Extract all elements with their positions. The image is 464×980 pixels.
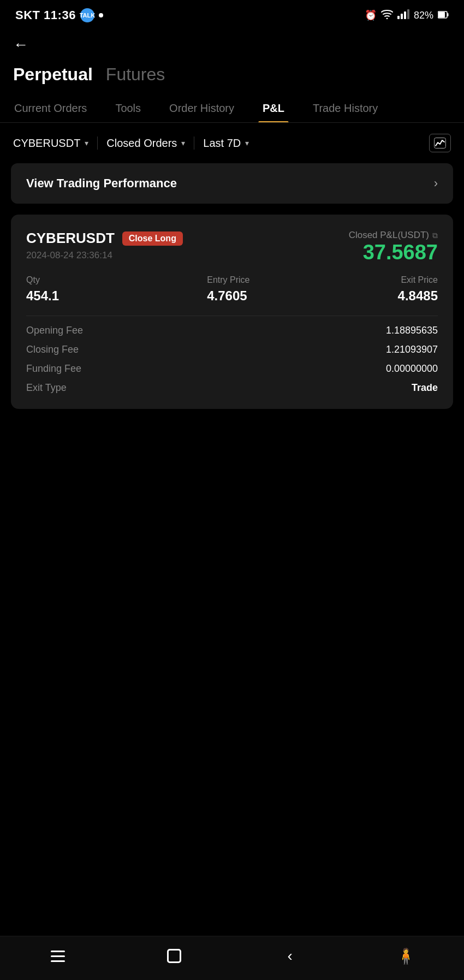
- svg-rect-3: [404, 11, 406, 19]
- header: ←: [0, 28, 464, 56]
- trade-pnl-value: 37.5687: [349, 241, 438, 264]
- menu-icon: [51, 951, 65, 962]
- tab-trade-history[interactable]: Trade History: [299, 96, 392, 122]
- closing-fee-label: Closing Fee: [26, 344, 79, 355]
- period-chevron-icon: ▾: [245, 139, 249, 147]
- exit-price-value: 4.8485: [398, 288, 438, 304]
- closing-fee-value: 1.21093907: [386, 344, 438, 355]
- performance-banner-arrow-icon: ›: [434, 176, 438, 191]
- trade-date: 2024-08-24 23:36:14: [26, 250, 183, 261]
- ext-link-icon: ⧉: [432, 231, 438, 240]
- tab-order-history[interactable]: Order History: [155, 96, 248, 122]
- period-filter-label: Last 7D: [203, 137, 241, 150]
- exit-type-value: Trade: [412, 382, 438, 394]
- back-nav-icon: ‹: [288, 947, 293, 965]
- funding-fee-value: 0.00000000: [386, 363, 438, 375]
- trade-badge: Close Long: [122, 231, 183, 246]
- trade-symbol-row: CYBERUSDT Close Long: [26, 230, 183, 247]
- nav-back-button[interactable]: ‹: [276, 945, 304, 967]
- status-left: SKT 11:36 TALK: [15, 8, 103, 22]
- funding-fee-label: Funding Fee: [26, 363, 81, 375]
- closing-fee-row: Closing Fee 1.21093907: [26, 344, 438, 355]
- funding-fee-row: Funding Fee 0.00000000: [26, 363, 438, 375]
- trade-pnl-label: Closed P&L(USDT) ⧉: [349, 230, 438, 241]
- home-icon: [167, 949, 181, 963]
- symbol-chevron-icon: ▾: [85, 139, 88, 147]
- svg-rect-4: [407, 9, 409, 19]
- type-tabs: Perpetual Futures: [0, 56, 464, 85]
- nav-menu-button[interactable]: [44, 945, 72, 967]
- tab-perpetual[interactable]: Perpetual: [13, 64, 93, 85]
- alarm-icon: ⏰: [365, 9, 377, 21]
- symbol-filter-button[interactable]: CYBERUSDT ▾: [13, 135, 88, 152]
- symbol-filter-label: CYBERUSDT: [13, 137, 80, 150]
- svg-rect-6: [438, 12, 445, 17]
- period-filter-button[interactable]: Last 7D ▾: [203, 135, 249, 152]
- nav-profile-button[interactable]: 🧍: [392, 945, 420, 967]
- performance-banner-text: View Trading Performance: [26, 176, 177, 191]
- nav-tabs: Current Orders Tools Order History P&L T…: [0, 96, 464, 123]
- entry-price-label: Entry Price: [207, 275, 249, 285]
- status-time: SKT 11:36: [15, 8, 76, 22]
- bottom-nav: ‹ 🧍: [0, 936, 464, 980]
- svg-point-0: [386, 17, 388, 19]
- filter-divider-1: [97, 136, 98, 150]
- order-type-filter-button[interactable]: Closed Orders ▾: [106, 135, 185, 152]
- status-bar: SKT 11:36 TALK ⏰ 82%: [0, 0, 464, 28]
- trade-stats-row: Qty 454.1 Entry Price 4.7605 Exit Price …: [26, 275, 438, 307]
- tab-current-orders[interactable]: Current Orders: [0, 96, 101, 122]
- filter-bar: CYBERUSDT ▾ Closed Orders ▾ Last 7D ▾: [0, 123, 464, 163]
- signal-icon: [397, 9, 409, 22]
- profile-icon: 🧍: [396, 947, 415, 965]
- order-type-chevron-icon: ▾: [181, 139, 185, 147]
- back-button[interactable]: ←: [13, 34, 28, 56]
- wifi-icon: [381, 9, 393, 22]
- svg-rect-7: [448, 13, 449, 16]
- trade-card-divider: [26, 316, 438, 316]
- status-right: ⏰ 82%: [365, 9, 449, 22]
- battery-text: 82%: [414, 10, 433, 21]
- trade-card: CYBERUSDT Close Long 2024-08-24 23:36:14…: [11, 215, 453, 409]
- stat-exit-price: Exit Price 4.8485: [398, 275, 438, 304]
- opening-fee-row: Opening Fee 1.18895635: [26, 325, 438, 336]
- chart-icon-button[interactable]: [429, 134, 451, 152]
- exit-type-label: Exit Type: [26, 382, 67, 394]
- stat-entry-price: Entry Price 4.7605: [207, 275, 249, 304]
- trade-symbol: CYBERUSDT: [26, 230, 115, 247]
- trade-pnl-group: Closed P&L(USDT) ⧉ 37.5687: [349, 230, 438, 264]
- svg-rect-1: [397, 16, 400, 19]
- order-type-filter-label: Closed Orders: [106, 137, 177, 150]
- svg-rect-2: [401, 14, 403, 19]
- tab-futures[interactable]: Futures: [106, 64, 165, 85]
- exit-price-label: Exit Price: [398, 275, 438, 285]
- qty-label: Qty: [26, 275, 59, 285]
- status-dot: [99, 13, 103, 17]
- filter-divider-2: [194, 136, 194, 150]
- performance-banner[interactable]: View Trading Performance ›: [11, 163, 453, 204]
- talk-icon: TALK: [80, 8, 94, 22]
- stat-qty: Qty 454.1: [26, 275, 59, 304]
- opening-fee-value: 1.18895635: [386, 325, 438, 336]
- trade-symbol-badge-group: CYBERUSDT Close Long 2024-08-24 23:36:14: [26, 230, 183, 272]
- exit-type-row: Exit Type Trade: [26, 382, 438, 394]
- nav-home-button[interactable]: [160, 945, 188, 967]
- tab-tools[interactable]: Tools: [101, 96, 155, 122]
- entry-price-value: 4.7605: [207, 288, 249, 304]
- tab-pnl[interactable]: P&L: [248, 96, 299, 122]
- qty-value: 454.1: [26, 288, 59, 304]
- battery-icon: [438, 10, 449, 21]
- opening-fee-label: Opening Fee: [26, 325, 83, 336]
- trade-card-header: CYBERUSDT Close Long 2024-08-24 23:36:14…: [26, 230, 438, 272]
